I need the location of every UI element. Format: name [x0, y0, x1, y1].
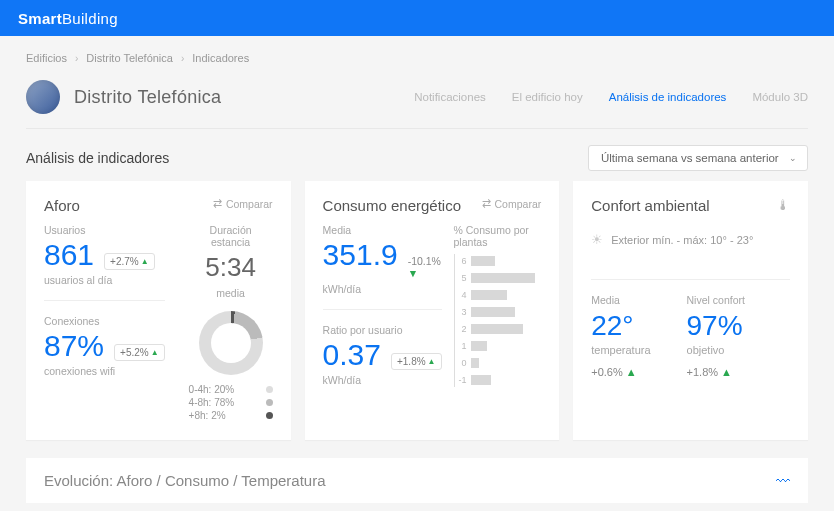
- metric-label: Duración estancia: [189, 224, 273, 248]
- users-unit: usuarios al día: [44, 274, 165, 286]
- breadcrumb-item[interactable]: Distrito Telefónica: [86, 52, 173, 64]
- evolution-panel[interactable]: Evolución: Aforo / Consumo / Temperatura…: [26, 458, 808, 503]
- comfort-level-delta: +1.8% ▲: [687, 366, 745, 378]
- page-title: Distrito Telefónica: [74, 87, 221, 108]
- energy-media-unit: kWh/día: [323, 283, 442, 295]
- exterior-range: Exterior mín. - máx: 10° - 23°: [611, 234, 753, 246]
- card-title: Consumo energético: [323, 197, 461, 214]
- range-select-value: Última semana vs semana anterior: [601, 152, 779, 164]
- section-title: Análisis de indicadores: [26, 150, 169, 166]
- tab-modulo-3d[interactable]: Módulo 3D: [752, 91, 808, 103]
- comfort-level-value: 97%: [687, 310, 745, 342]
- temperature-delta: +0.6% ▲: [591, 366, 650, 378]
- compare-button[interactable]: Comparar: [213, 197, 273, 210]
- card-title: Aforo: [44, 197, 80, 214]
- range-select[interactable]: Última semana vs semana anterior ⌄: [588, 145, 808, 171]
- metric-label: Media: [591, 294, 650, 306]
- connections-delta: +5.2%▲: [114, 344, 165, 361]
- card-energia: Consumo energético Comparar Media 351.9 …: [305, 181, 560, 440]
- breadcrumb-item[interactable]: Indicadores: [192, 52, 249, 64]
- stay-donut-chart: [199, 311, 263, 375]
- plant-chart-title: % Consumo por plantas: [454, 224, 542, 248]
- card-title: Confort ambiental: [591, 197, 709, 214]
- connections-unit: conexiones wifi: [44, 365, 165, 377]
- thermometer-icon: 🌡: [776, 197, 790, 213]
- metric-label: Usuarios: [44, 224, 165, 236]
- breadcrumb: Edificios › Distrito Telefónica › Indica…: [26, 46, 808, 74]
- brand-bold: Smart: [18, 10, 62, 27]
- chevron-down-icon: ⌄: [789, 153, 797, 163]
- temperature-unit: temperatura: [591, 344, 650, 356]
- connections-value: 87%: [44, 331, 104, 361]
- users-delta: +2.7%▲: [104, 253, 155, 270]
- chevron-right-icon: ›: [181, 53, 184, 64]
- tab-notificaciones[interactable]: Notificaciones: [414, 91, 486, 103]
- energy-media-value: 351.9: [323, 240, 398, 270]
- sun-icon: ☀: [591, 232, 603, 247]
- card-aforo: Aforo Comparar Usuarios 861 +2.7%▲ usuar…: [26, 181, 291, 440]
- compare-button[interactable]: Comparar: [482, 197, 542, 210]
- energy-ratio-value: 0.37: [323, 340, 381, 370]
- brand-light: Building: [62, 10, 118, 27]
- energy-media-delta: -10.1%: [408, 255, 441, 267]
- energy-ratio-unit: kWh/día: [323, 374, 442, 386]
- comfort-level-unit: objetivo: [687, 344, 745, 356]
- app-topbar: SmartBuilding: [0, 0, 834, 36]
- energy-ratio-delta: +1.8%▲: [391, 353, 442, 370]
- chevron-right-icon: ›: [75, 53, 78, 64]
- building-logo-icon: [26, 80, 60, 114]
- stay-unit: media: [189, 287, 273, 299]
- tab-analisis-indicadores[interactable]: Análisis de indicadores: [609, 91, 727, 103]
- metric-label: Media: [323, 224, 442, 236]
- main-tabs: Notificaciones El edificio hoy Análisis …: [414, 91, 808, 103]
- metric-label: Conexiones: [44, 315, 165, 327]
- stay-value: 5:34: [189, 252, 273, 283]
- card-confort: Confort ambiental 🌡 ☀ Exterior mín. - má…: [573, 181, 808, 440]
- breadcrumb-item[interactable]: Edificios: [26, 52, 67, 64]
- stay-legend: 0-4h: 20% 4-8h: 78% +8h: 2%: [189, 383, 273, 422]
- evolution-title: Evolución: Aforo / Consumo / Temperatura: [44, 472, 326, 489]
- metric-label: Ratio por usuario: [323, 324, 442, 336]
- users-value: 861: [44, 240, 94, 270]
- chart-line-icon: 〰: [776, 473, 790, 489]
- tab-edificio-hoy[interactable]: El edificio hoy: [512, 91, 583, 103]
- temperature-value: 22°: [591, 310, 650, 342]
- plant-consumption-chart: 6543210-1: [454, 254, 542, 387]
- metric-label: Nivel confort: [687, 294, 745, 306]
